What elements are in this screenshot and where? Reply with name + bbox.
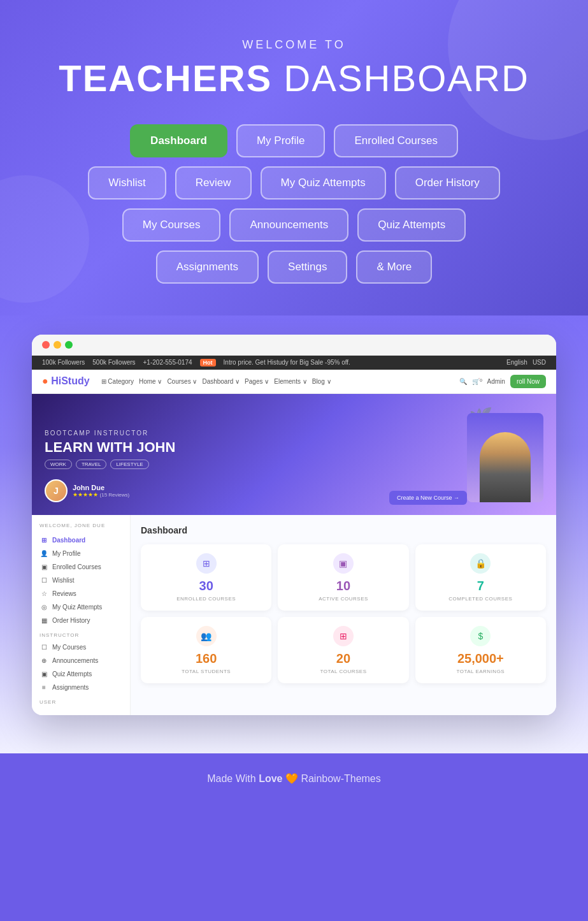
tag-work: WORK	[45, 460, 72, 469]
completed-courses-label: COMPLETED COURSES	[422, 596, 540, 602]
promo-text: Intro price. Get Histudy for Big Sale -9…	[224, 359, 350, 366]
total-earnings-value: 25,000+	[422, 651, 540, 666]
nav-btn-my-profile[interactable]: My Profile	[236, 124, 326, 157]
sidebar-label-wishlist: Wishlist	[52, 577, 74, 584]
tag-lifestyle: LIFESTYLE	[110, 460, 148, 469]
other-section-label: USER	[32, 694, 130, 707]
currency-selector[interactable]: USD	[533, 359, 546, 366]
nav-btn-announcements[interactable]: Announcements	[229, 208, 348, 242]
nav-btn-quiz-attempts-instructor[interactable]: Quiz Attempts	[357, 208, 466, 242]
sidebar-item-wishlist[interactable]: ☐ Wishlist	[32, 574, 130, 587]
nav-link-category[interactable]: ⊞ Category	[101, 378, 134, 385]
announcements-icon: ⊕	[39, 657, 48, 664]
nav-row-3: My Courses Announcements Quiz Attempts	[122, 208, 466, 242]
nav-btn-order-history[interactable]: Order History	[395, 166, 500, 199]
sidebar-item-order-history[interactable]: ▦ Order History	[32, 614, 130, 627]
hero-title: TEACHERS DASHBOARD	[25, 58, 563, 99]
nav-link-elements[interactable]: Elements ∨	[274, 378, 306, 385]
enrolled-courses-icon: ⊞	[196, 553, 217, 574]
active-courses-icon: ▣	[333, 553, 354, 574]
enrolled-courses-value: 30	[147, 579, 265, 593]
nav-btn-dashboard[interactable]: Dashboard	[130, 124, 227, 157]
window-minimize-dot[interactable]	[54, 341, 61, 349]
sidebar: WELCOME, JONE DUE ⊞ Dashboard 👤 My Profi…	[32, 515, 131, 715]
dashboard-icon: ⊞	[39, 537, 48, 544]
in-followers: 500k Followers	[92, 359, 135, 366]
profile-icon: 👤	[39, 550, 48, 557]
total-students-label: TOTAL STUDENTS	[147, 669, 265, 674]
sidebar-item-assignments[interactable]: ≡ Assignments	[32, 681, 130, 694]
nav-row-1: Dashboard My Profile Enrolled Courses	[130, 124, 458, 157]
cart-icon[interactable]: 🛒⁰	[472, 378, 482, 385]
nav-btn-more[interactable]: & More	[356, 250, 432, 284]
sidebar-item-dashboard[interactable]: ⊞ Dashboard	[32, 533, 130, 547]
tag-travel: TRAVEL	[76, 460, 107, 469]
sidebar-label-quiz: My Quiz Attempts	[52, 604, 102, 611]
nav-btn-wishlist[interactable]: Wishlist	[88, 166, 166, 199]
footer: Made With Love 🧡 Rainbow-Themes	[0, 753, 588, 804]
nav-link-courses[interactable]: Courses ∨	[167, 378, 197, 385]
admin-label[interactable]: Admin	[487, 378, 505, 385]
nav-row-2: Wishlist Review My Quiz Attempts Order H…	[88, 166, 500, 199]
sidebar-item-my-profile[interactable]: 👤 My Profile	[32, 547, 130, 560]
footer-heart: 🧡	[285, 773, 298, 784]
stat-total-courses: ⊞ 20 TOTAL COURSES	[278, 617, 408, 683]
completed-courses-icon: 🔒	[470, 553, 491, 574]
instructor-info: J John Due ★★★★★ (15 Reviews)	[45, 479, 175, 502]
sidebar-label-dashboard: Dashboard	[52, 537, 85, 544]
total-earnings-icon: $	[470, 626, 491, 646]
nav-btn-settings[interactable]: Settings	[268, 250, 347, 284]
sidebar-item-enrolled-courses[interactable]: ▣ Enrolled Courses	[32, 560, 130, 574]
footer-love: Love	[259, 773, 282, 784]
instructor-details: John Due ★★★★★ (15 Reviews)	[73, 484, 129, 498]
person-silhouette	[480, 432, 531, 502]
sidebar-item-quiz-attempts[interactable]: ◎ My Quiz Attempts	[32, 600, 130, 614]
nav-btn-review[interactable]: Review	[175, 166, 252, 199]
phone-number: +1-202-555-0174	[143, 359, 192, 366]
window-close-dot[interactable]	[42, 341, 50, 349]
window-maximize-dot[interactable]	[65, 341, 73, 349]
banner-title: LEARN WITH JOHN	[45, 439, 175, 456]
nav-link-home[interactable]: Home ∨	[139, 378, 162, 385]
sidebar-item-announcements[interactable]: ⊕ Announcements	[32, 654, 130, 667]
nav-row-4: Assignments Settings & More	[156, 250, 433, 284]
fb-followers: 100k Followers	[42, 359, 85, 366]
order-icon: ▦	[39, 617, 48, 624]
course-banner: BOOTCAMP INSTRUCTOR LEARN WITH JOHN WORK…	[32, 394, 556, 515]
site-logo[interactable]: ● HiStudy	[42, 375, 90, 387]
sidebar-label-profile: My Profile	[52, 550, 80, 557]
instructor-section-label: INSTRUCTOR	[32, 627, 130, 641]
site-nav: ● HiStudy ⊞ Category Home ∨ Courses ∨ Da…	[32, 370, 556, 394]
sidebar-item-my-courses[interactable]: ☐ My Courses	[32, 641, 130, 654]
footer-text-end: Rainbow-Themes	[298, 773, 381, 784]
nav-btn-quiz-attempts[interactable]: My Quiz Attempts	[261, 166, 386, 199]
sidebar-item-quiz-attempts-instructor[interactable]: ▣ Quiz Attempts	[32, 667, 130, 681]
total-students-icon: 👥	[196, 626, 217, 646]
review-count: (15 Reviews)	[100, 492, 130, 498]
nav-link-dashboard[interactable]: Dashboard ∨	[202, 378, 240, 385]
total-courses-label: TOTAL COURSES	[284, 669, 402, 674]
nav-btn-my-courses[interactable]: My Courses	[122, 208, 221, 242]
nav-link-blog[interactable]: Blog ∨	[312, 378, 331, 385]
nav-link-pages[interactable]: Pages ∨	[245, 378, 269, 385]
create-course-button[interactable]: Create a New Course →	[389, 491, 467, 505]
sidebar-welcome: WELCOME, JONE DUE	[32, 523, 130, 533]
sidebar-label-order: Order History	[52, 617, 90, 624]
stats-grid-bottom: 👥 160 TOTAL STUDENTS ⊞ 20 TOTAL COURSES …	[141, 617, 546, 683]
reviews-icon: ☆	[39, 590, 48, 597]
completed-courses-value: 7	[422, 579, 540, 593]
nav-btn-assignments[interactable]: Assignments	[156, 250, 259, 284]
wishlist-icon: ☐	[39, 577, 48, 584]
topbar-left: 100k Followers 500k Followers +1-202-555…	[42, 359, 350, 366]
quiz-icon: ◎	[39, 604, 48, 611]
dashboard-title: Dashboard	[141, 525, 546, 535]
enroll-button[interactable]: roll Now	[510, 375, 546, 388]
sidebar-item-reviews[interactable]: ☆ Reviews	[32, 587, 130, 600]
nav-btn-enrolled-courses[interactable]: Enrolled Courses	[334, 124, 457, 157]
dashboard-layout: WELCOME, JONE DUE ⊞ Dashboard 👤 My Profi…	[32, 515, 556, 715]
banner-left: BOOTCAMP INSTRUCTOR LEARN WITH JOHN WORK…	[45, 430, 175, 502]
site-topbar: 100k Followers 500k Followers +1-202-555…	[32, 356, 556, 370]
language-selector[interactable]: English	[506, 359, 527, 366]
search-icon[interactable]: 🔍	[459, 378, 467, 385]
hero-title-bold: TEACHERS	[59, 57, 272, 99]
